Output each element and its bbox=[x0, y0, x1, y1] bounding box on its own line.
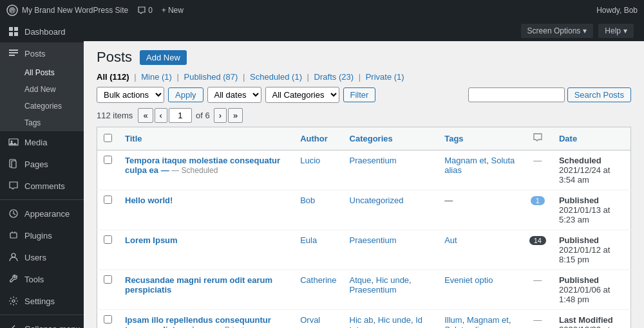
row-select-checkbox[interactable] bbox=[104, 196, 112, 204]
table-row: Hello world!BobUncategorized—1Published2… bbox=[97, 190, 631, 230]
post-category-link[interactable]: Praesentium bbox=[350, 235, 397, 245]
help-button[interactable]: Help ▾ bbox=[598, 24, 634, 38]
row-checkbox[interactable] bbox=[97, 230, 119, 270]
sidebar-item-dashboard[interactable]: Dashboard bbox=[0, 21, 84, 42]
items-count: 112 items bbox=[97, 111, 133, 120]
sidebar-item-collapse[interactable]: Collapse menu bbox=[0, 318, 84, 328]
filter-drafts[interactable]: Drafts (23) bbox=[314, 72, 354, 82]
row-checkbox[interactable] bbox=[97, 190, 119, 230]
post-author-link[interactable]: Lucio bbox=[300, 156, 320, 165]
table-row: Ipsam illo repellendus consequuntur temp… bbox=[97, 310, 631, 329]
svg-point-14 bbox=[12, 253, 15, 257]
post-date-value: 2021/01/13 at 5:23 am bbox=[559, 205, 611, 224]
post-title-link[interactable]: Hello world! bbox=[125, 196, 173, 205]
post-date-status: Scheduled bbox=[559, 156, 601, 165]
filter-button[interactable]: Filter bbox=[343, 87, 376, 102]
post-author-cell: Eula bbox=[294, 230, 343, 270]
post-title-cell: Tempora itaque molestiae consequatur cul… bbox=[118, 150, 294, 190]
search-posts-input[interactable] bbox=[468, 87, 565, 102]
dates-select[interactable]: All dates bbox=[207, 87, 261, 103]
post-tag-link[interactable]: Aut bbox=[444, 235, 457, 245]
row-select-checkbox[interactable] bbox=[104, 235, 112, 244]
search-posts-button[interactable]: Search Posts bbox=[567, 87, 631, 102]
post-tag-link[interactable]: Magnam et bbox=[444, 156, 486, 165]
next-page-button[interactable]: › bbox=[214, 108, 227, 123]
post-category-link[interactable]: Praesentium bbox=[350, 156, 397, 165]
row-checkbox[interactable] bbox=[97, 150, 119, 190]
sidebar-item-appearance[interactable]: Appearance bbox=[0, 203, 84, 224]
apply-button[interactable]: Apply bbox=[168, 87, 204, 102]
post-category-link[interactable]: Hic ab bbox=[350, 315, 374, 325]
add-new-button[interactable]: Add New bbox=[140, 50, 187, 65]
sidebar-item-add-new[interactable]: Add New bbox=[0, 81, 84, 98]
wordpress-icon bbox=[6, 5, 18, 16]
post-tag-link[interactable]: Magnam et bbox=[467, 315, 509, 325]
filter-private[interactable]: Private (1) bbox=[366, 72, 404, 82]
last-page-button[interactable]: » bbox=[228, 108, 243, 123]
collapse-icon bbox=[8, 323, 19, 328]
title-header[interactable]: Title bbox=[118, 127, 294, 150]
screen-options-button[interactable]: Screen Options ▾ bbox=[521, 24, 594, 38]
sidebar-item-settings[interactable]: Settings bbox=[0, 290, 84, 312]
sidebar-item-media[interactable]: Media bbox=[0, 131, 84, 153]
row-checkbox[interactable] bbox=[97, 310, 119, 329]
sidebar-item-comments[interactable]: Comments bbox=[0, 175, 84, 197]
post-title-link[interactable]: Ipsam illo repellendus consequuntur temp… bbox=[125, 315, 271, 328]
post-author-link[interactable]: Eula bbox=[300, 235, 317, 245]
post-category-link[interactable]: Hic unde bbox=[378, 315, 411, 325]
author-header: Author bbox=[294, 127, 343, 150]
new-link[interactable]: + New bbox=[162, 6, 184, 15]
bulk-actions-select[interactable]: Bulk actions bbox=[97, 87, 164, 103]
filter-all[interactable]: All (112) bbox=[97, 72, 129, 82]
post-category-link[interactable]: Uncategorized bbox=[350, 196, 404, 205]
post-author-link[interactable]: Catherine bbox=[300, 275, 336, 285]
sidebar-item-posts[interactable]: Posts bbox=[0, 42, 84, 64]
post-author-link[interactable]: Orval bbox=[300, 315, 320, 325]
post-categories-cell: Praesentium bbox=[343, 230, 439, 270]
date-header: Date bbox=[553, 127, 631, 150]
post-author-link[interactable]: Bob bbox=[300, 196, 315, 205]
post-categories-cell: Praesentium bbox=[343, 150, 439, 190]
main-topbar: Screen Options ▾ Help ▾ bbox=[84, 21, 644, 41]
sidebar-item-categories[interactable]: Categories bbox=[0, 98, 84, 114]
post-title-cell: Hello world! bbox=[118, 190, 294, 230]
categories-select[interactable]: All Categories bbox=[265, 87, 339, 103]
first-page-button[interactable]: « bbox=[138, 108, 153, 123]
row-select-checkbox[interactable] bbox=[104, 275, 112, 284]
comments-link[interactable]: 0 bbox=[137, 6, 153, 15]
appearance-icon bbox=[8, 208, 19, 219]
users-icon bbox=[8, 251, 19, 263]
post-category-link[interactable]: Praesentium bbox=[350, 285, 397, 295]
select-all-header[interactable] bbox=[97, 127, 119, 150]
sidebar-item-tools[interactable]: Tools bbox=[0, 268, 84, 290]
tools-icon bbox=[8, 273, 19, 285]
filter-published[interactable]: Published (87) bbox=[184, 72, 238, 82]
post-category-link[interactable]: Atque bbox=[350, 275, 372, 285]
post-tag-link[interactable]: Illum bbox=[444, 315, 462, 325]
comment-count-badge[interactable]: 1 bbox=[531, 196, 545, 205]
post-category-link[interactable]: Hic unde bbox=[376, 275, 409, 285]
row-select-checkbox[interactable] bbox=[104, 315, 112, 323]
sidebar-item-all-posts[interactable]: All Posts bbox=[0, 64, 84, 81]
post-title-link[interactable]: Lorem Ipsum bbox=[125, 235, 178, 245]
comment-count-badge[interactable]: 14 bbox=[529, 236, 546, 245]
site-name[interactable]: My Brand New WordPress Site bbox=[22, 6, 128, 15]
sidebar-divider-1 bbox=[0, 199, 84, 200]
sidebar-item-plugins[interactable]: Plugins bbox=[0, 224, 84, 246]
row-select-checkbox[interactable] bbox=[104, 156, 112, 164]
sidebar-item-users[interactable]: Users bbox=[0, 246, 84, 268]
post-tag-link[interactable]: Soluta alias bbox=[444, 325, 488, 328]
sidebar-item-tags[interactable]: Tags bbox=[0, 114, 84, 131]
comment-header-icon bbox=[533, 132, 543, 143]
sidebar-item-pages[interactable]: Pages bbox=[0, 153, 84, 175]
filter-mine[interactable]: Mine (1) bbox=[141, 72, 172, 82]
select-all-checkbox[interactable] bbox=[104, 134, 112, 142]
post-tag-link[interactable]: Eveniet optio bbox=[444, 275, 493, 285]
post-title-link[interactable]: Recusandae magni rerum odit earum perspi… bbox=[125, 275, 272, 295]
filter-scheduled[interactable]: Scheduled (1) bbox=[250, 72, 302, 82]
row-checkbox[interactable] bbox=[97, 270, 119, 310]
settings-label: Settings bbox=[24, 296, 55, 306]
page-number-input[interactable] bbox=[169, 108, 192, 123]
admin-bar-brand[interactable]: My Brand New WordPress Site bbox=[6, 5, 128, 16]
prev-page-button[interactable]: ‹ bbox=[155, 108, 167, 123]
